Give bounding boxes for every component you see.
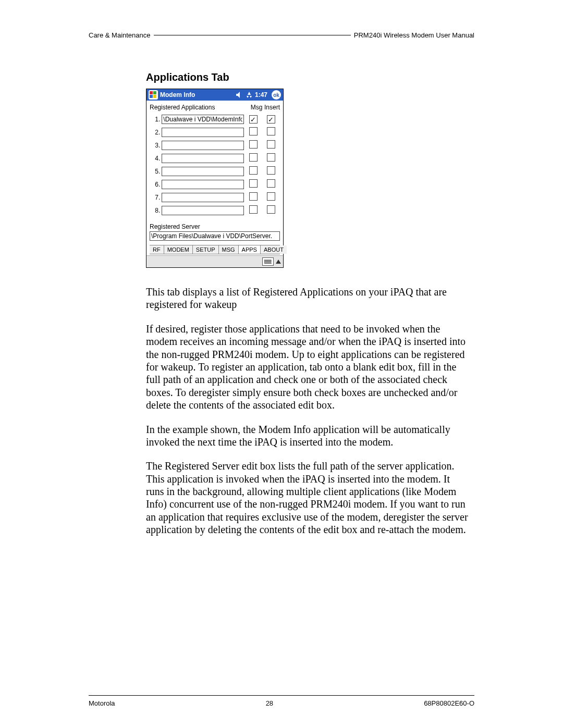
sip-taskbar: [146, 255, 283, 267]
svg-rect-3: [153, 95, 156, 98]
insert-checkbox[interactable]: [267, 192, 275, 201]
section-heading: Applications Tab: [146, 71, 474, 83]
tab-modem[interactable]: MODEM: [164, 245, 193, 254]
app-path-input[interactable]: [162, 115, 244, 124]
window-title: Modem Info: [160, 91, 195, 98]
tab-about[interactable]: ABOUT: [261, 245, 287, 254]
row-number: 1.: [150, 114, 161, 125]
msg-checkbox[interactable]: [249, 192, 258, 201]
header-rule: [154, 35, 351, 35]
app-row: 8.: [150, 205, 280, 216]
insert-checkbox[interactable]: [267, 205, 275, 214]
msg-checkbox[interactable]: [249, 166, 258, 175]
para-1: This tab displays a list of Registered A…: [146, 286, 469, 311]
header-left: Care & Maintenance: [89, 31, 151, 39]
svg-rect-1: [153, 91, 156, 94]
footer-left: Motorola: [89, 699, 115, 707]
window-titlebar: Modem Info 1:47 ok: [146, 89, 283, 101]
para-4: The Registered Server edit box lists the…: [146, 460, 469, 536]
bottom-tabs: RFMODEMSETUPMSGAPPSABOUT: [150, 245, 280, 254]
row-number: 3.: [150, 140, 161, 151]
keyboard-icon[interactable]: [262, 257, 274, 266]
apps-header-row: Registered Applications Msg Insert: [150, 104, 280, 111]
signal-icon[interactable]: [246, 92, 253, 98]
clock-text: 1:47: [255, 91, 267, 98]
msg-checkbox[interactable]: [249, 140, 258, 149]
body-text: This tab displays a list of Registered A…: [146, 286, 469, 536]
tab-msg[interactable]: MSG: [219, 245, 239, 254]
app-path-input[interactable]: [162, 128, 244, 137]
tab-rf[interactable]: RF: [150, 245, 164, 254]
insert-checkbox[interactable]: [267, 179, 275, 188]
insert-checkbox[interactable]: [267, 166, 275, 175]
registered-apps-label: Registered Applications: [150, 104, 249, 111]
app-row: 3.: [150, 140, 280, 151]
app-path-input[interactable]: [162, 193, 244, 202]
insert-checkbox[interactable]: [267, 140, 275, 149]
msg-checkbox[interactable]: [249, 153, 258, 162]
registered-server-box: [150, 230, 280, 241]
app-path-input[interactable]: [162, 180, 244, 189]
server-path-input[interactable]: [150, 231, 280, 241]
footer-right: 68P80802E60-O: [424, 699, 474, 707]
row-number: 2.: [150, 127, 161, 138]
insert-checkbox[interactable]: [267, 127, 275, 135]
footer-rule: [89, 695, 474, 696]
msg-checkbox[interactable]: [249, 127, 258, 135]
svg-rect-0: [150, 91, 153, 94]
sip-up-arrow-icon[interactable]: [276, 260, 281, 264]
header-right: PRM240i Wireless Modem User Manual: [354, 31, 474, 39]
app-row: 6.: [150, 179, 280, 190]
app-row: 1.: [150, 114, 280, 125]
app-path-input[interactable]: [162, 206, 244, 215]
msg-checkbox[interactable]: [249, 205, 258, 214]
row-number: 8.: [150, 205, 161, 216]
app-row: 4.: [150, 153, 280, 164]
msg-checkbox[interactable]: [249, 115, 258, 124]
row-number: 4.: [150, 153, 161, 164]
app-path-input[interactable]: [162, 141, 244, 150]
app-row: 2.: [150, 127, 280, 138]
para-2: If desired, register those applications …: [146, 323, 469, 412]
app-path-input[interactable]: [162, 167, 244, 176]
start-flag-icon[interactable]: [149, 90, 158, 100]
running-header: Care & Maintenance PRM240i Wireless Mode…: [89, 31, 474, 39]
pocketpc-window: Modem Info 1:47 ok Registered Applicatio…: [146, 89, 284, 268]
para-3: In the example shown, the Modem Info app…: [146, 423, 469, 449]
tab-apps[interactable]: APPS: [239, 245, 261, 254]
row-number: 7.: [150, 192, 161, 203]
footer-center: 28: [266, 699, 273, 707]
apps-table: 1.2.3.4.5.6.7.8.: [150, 112, 280, 218]
row-number: 6.: [150, 179, 161, 190]
screenshot-figure: Modem Info 1:47 ok Registered Applicatio…: [146, 89, 474, 268]
app-row: 5.: [150, 166, 280, 177]
running-footer: Motorola 28 68P80802E60-O: [89, 699, 474, 707]
insert-checkbox[interactable]: [267, 153, 275, 162]
msg-checkbox[interactable]: [249, 179, 258, 188]
svg-rect-2: [150, 95, 153, 98]
registered-server-label: Registered Server: [150, 223, 280, 230]
speaker-icon[interactable]: [236, 92, 243, 98]
column-insert-label: Insert: [264, 104, 280, 111]
app-path-input[interactable]: [162, 154, 244, 163]
app-row: 7.: [150, 192, 280, 203]
row-number: 5.: [150, 166, 161, 177]
tab-setup[interactable]: SETUP: [193, 245, 219, 254]
ok-button[interactable]: ok: [272, 90, 281, 100]
column-msg-label: Msg: [249, 104, 264, 111]
insert-checkbox[interactable]: [267, 115, 275, 124]
